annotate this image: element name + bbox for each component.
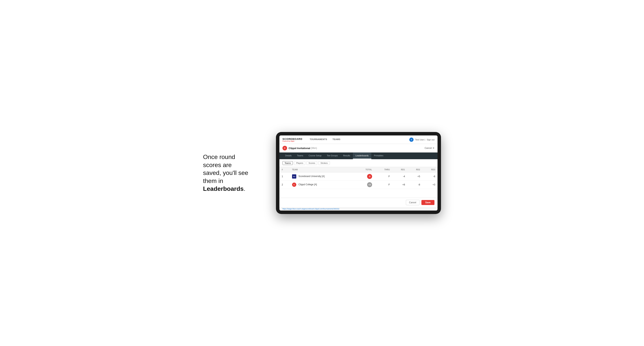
team-1-total: -5 — [355, 173, 374, 181]
team-1-thru: F — [374, 173, 392, 181]
page-container: Once round scores are saved, you'll see … — [188, 132, 456, 214]
text-line4: them in — [203, 177, 223, 184]
leaderboard-content: # TEAM TOTAL THRU RD1 RD2 RD3 1 — [280, 167, 438, 198]
leaderboard-table: # TEAM TOTAL THRU RD1 RD2 RD3 1 — [280, 167, 438, 189]
tab-details[interactable]: Details — [282, 153, 294, 159]
team-2-name: Clippd College [A] — [298, 183, 317, 186]
logo-powered: Powered by clippd — [282, 141, 302, 142]
text-line2: scores are — [203, 162, 232, 169]
rank-2: 2 — [280, 181, 290, 189]
col-rd3: RD3 — [422, 167, 438, 173]
team-1-rd2: +5 — [407, 173, 422, 181]
score-badge-red: -5 — [367, 174, 372, 179]
url-text: https://stage-blue-coach.stagescoreboard… — [282, 208, 339, 210]
table-row: 1 SU Scoreboard University [A] -5 F -4 +… — [280, 173, 438, 181]
rank-1: 1 — [280, 173, 290, 181]
nav-teams[interactable]: TEAMS — [330, 136, 343, 144]
cancel-label: Cancel — [425, 147, 432, 150]
table-row: 2 C Clippd College [A] +3 F +8 -8 +3 — [280, 181, 438, 189]
tab-course-setup[interactable]: Course Setup — [306, 153, 324, 159]
nav-tournaments[interactable]: TOURNAMENTS — [307, 136, 330, 144]
team-2-total: +3 — [355, 181, 374, 189]
team-2-thru: F — [374, 181, 392, 189]
col-rd2: RD2 — [407, 167, 422, 173]
team-2-cell: C Clippd College [A] — [290, 181, 355, 189]
descriptive-text: Once round scores are saved, you'll see … — [203, 153, 264, 193]
text-period: . — [244, 185, 246, 192]
tab-printables[interactable]: Printables — [371, 153, 386, 159]
nav-links: TOURNAMENTS TEAMS — [307, 136, 409, 144]
tab-leaderboards[interactable]: Leaderboards — [353, 153, 371, 159]
tournament-header: C Clippd Invitational (Men) Cancel ✕ — [280, 144, 438, 153]
tournament-gender: (Men) — [311, 147, 317, 150]
tab-teams[interactable]: Teams — [294, 153, 306, 159]
team-2-rd2: -8 — [407, 181, 422, 189]
text-line3: saved, you'll see — [203, 169, 248, 176]
user-avatar: S — [409, 138, 414, 142]
nav-right: S Test User | Sign out — [409, 138, 434, 142]
team-1-name: Scoreboard University [A] — [298, 175, 324, 177]
tablet-device: SCOREBOARD Powered by clippd TOURNAMENTS… — [276, 132, 441, 214]
text-line1: Once round — [203, 154, 235, 160]
col-team: TEAM — [290, 167, 355, 173]
modal-footer: Cancel Save — [280, 198, 438, 207]
team-2-rd1: +8 — [392, 181, 408, 189]
team-1-rd1: -4 — [392, 173, 408, 181]
team-1-logo: SU — [292, 174, 296, 178]
logo-area: SCOREBOARD Powered by clippd — [282, 138, 302, 142]
tab-results[interactable]: Results — [340, 153, 353, 159]
tab-tee-groups[interactable]: Tee Groups — [324, 153, 340, 159]
user-name: Test User | — [415, 139, 425, 141]
tablet-screen: SCOREBOARD Powered by clippd TOURNAMENTS… — [280, 136, 438, 210]
tournament-name: Clippd Invitational — [288, 147, 310, 150]
col-total: TOTAL — [355, 167, 374, 173]
team-2-logo: C — [292, 182, 296, 187]
tournament-icon: C — [282, 146, 287, 150]
filter-scores-button[interactable]: Scores — [306, 161, 317, 165]
text-line5-bold: Leaderboards — [203, 185, 244, 192]
filter-players-button[interactable]: Players — [294, 161, 305, 165]
tournament-cancel-button[interactable]: Cancel ✕ — [425, 147, 434, 150]
footer-cancel-button[interactable]: Cancel — [406, 200, 420, 205]
team-2-rd3: +3 — [422, 181, 438, 189]
col-thru: THRU — [374, 167, 392, 173]
url-bar: https://stage-blue-coach.stagescoreboard… — [280, 207, 438, 210]
col-rd1: RD1 — [392, 167, 408, 173]
score-badge-gray: +3 — [367, 182, 372, 187]
table-header-row: # TEAM TOTAL THRU RD1 RD2 RD3 — [280, 167, 438, 173]
top-navigation: SCOREBOARD Powered by clippd TOURNAMENTS… — [280, 136, 438, 144]
sign-out-link[interactable]: Sign out — [427, 139, 434, 141]
team-1-cell: SU Scoreboard University [A] — [290, 173, 355, 181]
footer-save-button[interactable]: Save — [422, 200, 434, 205]
sub-navigation: Details Teams Course Setup Tee Groups Re… — [280, 153, 438, 159]
filter-strokes-button[interactable]: Strokes — [318, 161, 330, 165]
col-rank: # — [280, 167, 290, 173]
team-1-rd3: -6 — [422, 173, 438, 181]
logo-text: SCOREBOARD — [282, 138, 302, 141]
close-icon: ✕ — [432, 147, 434, 150]
filter-teams-button[interactable]: Teams — [282, 161, 293, 165]
filter-bar: Teams Players Scores Strokes — [280, 159, 438, 167]
